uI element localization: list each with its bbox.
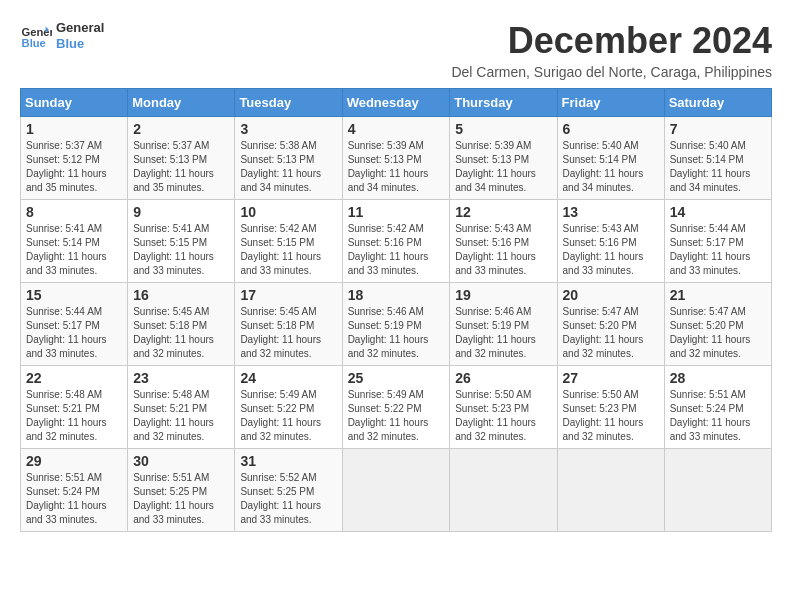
- svg-text:General: General: [22, 26, 52, 38]
- day-info: Sunrise: 5:47 AMSunset: 5:20 PMDaylight:…: [563, 305, 659, 361]
- day-info: Sunrise: 5:42 AMSunset: 5:15 PMDaylight:…: [240, 222, 336, 278]
- day-info: Sunrise: 5:44 AMSunset: 5:17 PMDaylight:…: [670, 222, 766, 278]
- calendar-cell: 22Sunrise: 5:48 AMSunset: 5:21 PMDayligh…: [21, 366, 128, 449]
- col-friday: Friday: [557, 89, 664, 117]
- day-info: Sunrise: 5:37 AMSunset: 5:13 PMDaylight:…: [133, 139, 229, 195]
- day-info: Sunrise: 5:49 AMSunset: 5:22 PMDaylight:…: [348, 388, 445, 444]
- day-info: Sunrise: 5:44 AMSunset: 5:17 PMDaylight:…: [26, 305, 122, 361]
- calendar-cell: 8Sunrise: 5:41 AMSunset: 5:14 PMDaylight…: [21, 200, 128, 283]
- day-number: 31: [240, 453, 336, 469]
- day-number: 9: [133, 204, 229, 220]
- day-number: 28: [670, 370, 766, 386]
- calendar-week-3: 15Sunrise: 5:44 AMSunset: 5:17 PMDayligh…: [21, 283, 772, 366]
- calendar-cell: 3Sunrise: 5:38 AMSunset: 5:13 PMDaylight…: [235, 117, 342, 200]
- day-number: 5: [455, 121, 551, 137]
- calendar-table: Sunday Monday Tuesday Wednesday Thursday…: [20, 88, 772, 532]
- day-info: Sunrise: 5:51 AMSunset: 5:24 PMDaylight:…: [670, 388, 766, 444]
- logo-line2: Blue: [56, 36, 104, 52]
- calendar-cell: 21Sunrise: 5:47 AMSunset: 5:20 PMDayligh…: [664, 283, 771, 366]
- calendar-week-2: 8Sunrise: 5:41 AMSunset: 5:14 PMDaylight…: [21, 200, 772, 283]
- day-info: Sunrise: 5:38 AMSunset: 5:13 PMDaylight:…: [240, 139, 336, 195]
- day-number: 8: [26, 204, 122, 220]
- calendar-cell: 28Sunrise: 5:51 AMSunset: 5:24 PMDayligh…: [664, 366, 771, 449]
- calendar-cell: 6Sunrise: 5:40 AMSunset: 5:14 PMDaylight…: [557, 117, 664, 200]
- calendar-cell: 23Sunrise: 5:48 AMSunset: 5:21 PMDayligh…: [128, 366, 235, 449]
- day-number: 16: [133, 287, 229, 303]
- calendar-week-4: 22Sunrise: 5:48 AMSunset: 5:21 PMDayligh…: [21, 366, 772, 449]
- calendar-cell: 10Sunrise: 5:42 AMSunset: 5:15 PMDayligh…: [235, 200, 342, 283]
- calendar-cell: 29Sunrise: 5:51 AMSunset: 5:24 PMDayligh…: [21, 449, 128, 532]
- day-number: 25: [348, 370, 445, 386]
- day-number: 17: [240, 287, 336, 303]
- day-number: 11: [348, 204, 445, 220]
- page-header: General Blue General Blue December 2024 …: [20, 20, 772, 80]
- month-title: December 2024: [451, 20, 772, 62]
- day-info: Sunrise: 5:43 AMSunset: 5:16 PMDaylight:…: [455, 222, 551, 278]
- calendar-cell: 24Sunrise: 5:49 AMSunset: 5:22 PMDayligh…: [235, 366, 342, 449]
- day-number: 24: [240, 370, 336, 386]
- logo-icon: General Blue: [20, 20, 52, 52]
- day-number: 4: [348, 121, 445, 137]
- day-info: Sunrise: 5:40 AMSunset: 5:14 PMDaylight:…: [670, 139, 766, 195]
- logo: General Blue General Blue: [20, 20, 104, 52]
- day-info: Sunrise: 5:49 AMSunset: 5:22 PMDaylight:…: [240, 388, 336, 444]
- calendar-cell: 11Sunrise: 5:42 AMSunset: 5:16 PMDayligh…: [342, 200, 450, 283]
- title-area: December 2024 Del Carmen, Surigao del No…: [451, 20, 772, 80]
- day-number: 22: [26, 370, 122, 386]
- day-info: Sunrise: 5:46 AMSunset: 5:19 PMDaylight:…: [348, 305, 445, 361]
- day-info: Sunrise: 5:47 AMSunset: 5:20 PMDaylight:…: [670, 305, 766, 361]
- day-number: 1: [26, 121, 122, 137]
- calendar-cell: 17Sunrise: 5:45 AMSunset: 5:18 PMDayligh…: [235, 283, 342, 366]
- day-number: 20: [563, 287, 659, 303]
- calendar-week-1: 1Sunrise: 5:37 AMSunset: 5:12 PMDaylight…: [21, 117, 772, 200]
- calendar-cell: [664, 449, 771, 532]
- calendar-cell: 4Sunrise: 5:39 AMSunset: 5:13 PMDaylight…: [342, 117, 450, 200]
- calendar-cell: 26Sunrise: 5:50 AMSunset: 5:23 PMDayligh…: [450, 366, 557, 449]
- calendar-cell: 1Sunrise: 5:37 AMSunset: 5:12 PMDaylight…: [21, 117, 128, 200]
- day-number: 13: [563, 204, 659, 220]
- day-info: Sunrise: 5:50 AMSunset: 5:23 PMDaylight:…: [455, 388, 551, 444]
- calendar-cell: 27Sunrise: 5:50 AMSunset: 5:23 PMDayligh…: [557, 366, 664, 449]
- day-number: 30: [133, 453, 229, 469]
- calendar-cell: 31Sunrise: 5:52 AMSunset: 5:25 PMDayligh…: [235, 449, 342, 532]
- day-number: 14: [670, 204, 766, 220]
- col-saturday: Saturday: [664, 89, 771, 117]
- day-info: Sunrise: 5:52 AMSunset: 5:25 PMDaylight:…: [240, 471, 336, 527]
- day-number: 29: [26, 453, 122, 469]
- col-thursday: Thursday: [450, 89, 557, 117]
- day-number: 26: [455, 370, 551, 386]
- calendar-cell: 30Sunrise: 5:51 AMSunset: 5:25 PMDayligh…: [128, 449, 235, 532]
- day-number: 15: [26, 287, 122, 303]
- day-info: Sunrise: 5:39 AMSunset: 5:13 PMDaylight:…: [455, 139, 551, 195]
- day-number: 7: [670, 121, 766, 137]
- calendar-cell: [342, 449, 450, 532]
- day-number: 3: [240, 121, 336, 137]
- calendar-cell: 9Sunrise: 5:41 AMSunset: 5:15 PMDaylight…: [128, 200, 235, 283]
- logo-line1: General: [56, 20, 104, 36]
- calendar-cell: 19Sunrise: 5:46 AMSunset: 5:19 PMDayligh…: [450, 283, 557, 366]
- svg-text:Blue: Blue: [22, 37, 46, 49]
- day-info: Sunrise: 5:41 AMSunset: 5:14 PMDaylight:…: [26, 222, 122, 278]
- day-info: Sunrise: 5:45 AMSunset: 5:18 PMDaylight:…: [240, 305, 336, 361]
- day-info: Sunrise: 5:45 AMSunset: 5:18 PMDaylight:…: [133, 305, 229, 361]
- day-info: Sunrise: 5:51 AMSunset: 5:25 PMDaylight:…: [133, 471, 229, 527]
- calendar-cell: 15Sunrise: 5:44 AMSunset: 5:17 PMDayligh…: [21, 283, 128, 366]
- day-info: Sunrise: 5:40 AMSunset: 5:14 PMDaylight:…: [563, 139, 659, 195]
- calendar-cell: 14Sunrise: 5:44 AMSunset: 5:17 PMDayligh…: [664, 200, 771, 283]
- day-info: Sunrise: 5:42 AMSunset: 5:16 PMDaylight:…: [348, 222, 445, 278]
- col-monday: Monday: [128, 89, 235, 117]
- day-info: Sunrise: 5:51 AMSunset: 5:24 PMDaylight:…: [26, 471, 122, 527]
- calendar-cell: [557, 449, 664, 532]
- calendar-cell: [450, 449, 557, 532]
- day-number: 27: [563, 370, 659, 386]
- day-number: 18: [348, 287, 445, 303]
- calendar-cell: 2Sunrise: 5:37 AMSunset: 5:13 PMDaylight…: [128, 117, 235, 200]
- day-info: Sunrise: 5:43 AMSunset: 5:16 PMDaylight:…: [563, 222, 659, 278]
- calendar-cell: 13Sunrise: 5:43 AMSunset: 5:16 PMDayligh…: [557, 200, 664, 283]
- calendar-cell: 25Sunrise: 5:49 AMSunset: 5:22 PMDayligh…: [342, 366, 450, 449]
- calendar-cell: 12Sunrise: 5:43 AMSunset: 5:16 PMDayligh…: [450, 200, 557, 283]
- col-tuesday: Tuesday: [235, 89, 342, 117]
- day-info: Sunrise: 5:39 AMSunset: 5:13 PMDaylight:…: [348, 139, 445, 195]
- calendar-cell: 5Sunrise: 5:39 AMSunset: 5:13 PMDaylight…: [450, 117, 557, 200]
- calendar-cell: 20Sunrise: 5:47 AMSunset: 5:20 PMDayligh…: [557, 283, 664, 366]
